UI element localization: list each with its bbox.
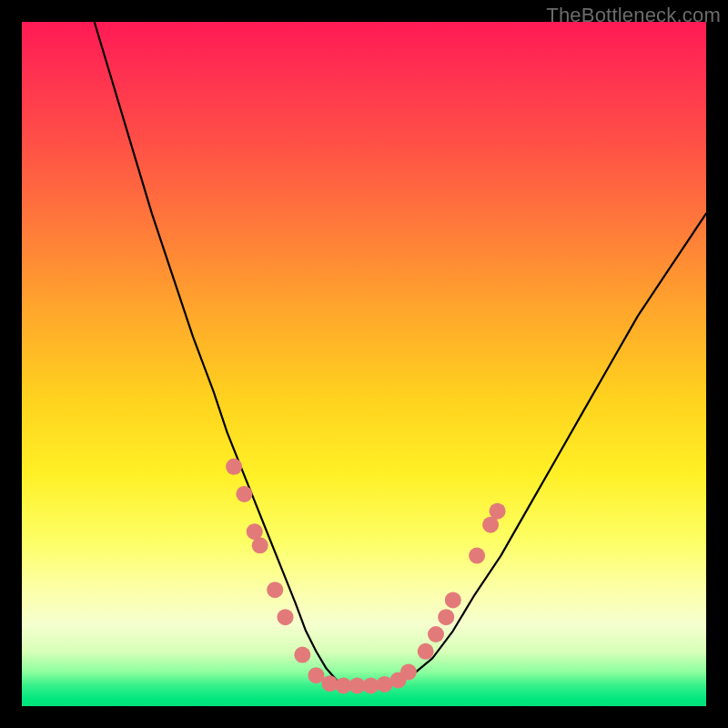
data-dot (438, 609, 454, 625)
data-dots (226, 459, 505, 694)
plot-area (22, 22, 706, 706)
data-dot (308, 667, 324, 683)
data-dot (428, 626, 444, 642)
data-dot (278, 609, 294, 625)
data-dot (490, 503, 506, 520)
data-dot (445, 592, 461, 608)
data-dot (236, 486, 252, 502)
data-dot (469, 548, 485, 564)
data-dot (294, 647, 310, 663)
data-dot (400, 663, 417, 680)
data-dot (226, 459, 242, 475)
data-dot (418, 643, 434, 660)
data-dot (267, 581, 283, 598)
curve-overlay (22, 22, 706, 706)
data-dot (252, 537, 268, 553)
bottleneck-curve (95, 22, 706, 685)
chart-container: TheBottleneck.com (0, 0, 728, 728)
